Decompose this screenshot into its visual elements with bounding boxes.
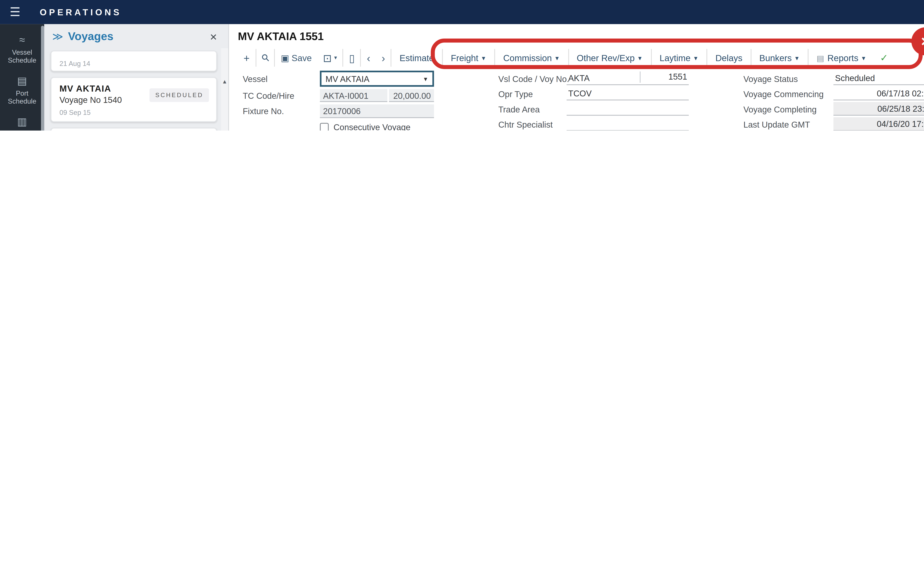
save-icon: ▣: [281, 53, 289, 63]
chevron-down-icon: ▼: [554, 55, 560, 60]
toolbar-menu-reports[interactable]: ▤Reports▼: [809, 53, 874, 63]
annotation-red-x-badge: ×: [912, 27, 924, 55]
checkbox-consecutive-voyage[interactable]: Consecutive Voyage: [320, 122, 410, 131]
field-opr-type[interactable]: TCOV: [567, 87, 689, 100]
toolbar-menu-commission[interactable]: Commission▼: [495, 53, 568, 63]
sidebar-scrollbar[interactable]: [41, 26, 44, 131]
field-label-voyage-status: Voyage Status: [744, 74, 798, 83]
field-chtr-specialist[interactable]: [567, 117, 689, 131]
berth-schedule-icon: ▥: [17, 116, 27, 128]
search-icon[interactable]: ⚲: [259, 51, 272, 64]
topbar: ☰ OPERATIONS NetworkAnalyticsInboxDocume…: [0, 0, 924, 24]
scroll-up-icon[interactable]: ▲: [221, 79, 228, 84]
vessel-dropdown[interactable]: MV AKTAIA▼: [320, 71, 434, 87]
status-badge: SCHEDULED: [150, 88, 209, 102]
toolbar-menu-label: Bunkers: [759, 53, 792, 63]
voyage-card[interactable]: MV AKTAIAVoyage No 154009 Sep 15SCHEDULE…: [51, 77, 217, 122]
field-vsl-code-voy-no[interactable]: AKTA1551: [567, 71, 689, 85]
tc-code-hire-label: TC Code/Hire: [242, 91, 294, 100]
field-value-2: 1551: [639, 71, 687, 83]
tc-code-field[interactable]: AKTA-I0001: [320, 89, 387, 102]
report-doc-icon: ▤: [816, 53, 824, 62]
voyages-scrollbar: ▲ ▼: [221, 48, 228, 131]
chevron-down-icon: ▼: [861, 55, 866, 60]
checkbox-box[interactable]: [320, 122, 329, 131]
field-voyage-completing[interactable]: 06/25/18 23:11: [833, 102, 924, 116]
fixture-no-field[interactable]: 20170006: [320, 104, 434, 118]
sidebar-item-label: Port Schedule: [1, 90, 43, 105]
vessel-value: MV AKTAIA: [326, 74, 370, 83]
port-schedule-icon: ▤: [17, 76, 27, 87]
toolbar-menu-delays[interactable]: Delays: [707, 53, 750, 63]
toolbar-menu-label: Reports: [827, 53, 858, 63]
toolbar-menu-label: Delays: [715, 53, 742, 63]
toolbar-menu-label: Freight: [451, 53, 479, 63]
field-label-chtr-specialist: Chtr Specialist: [498, 120, 553, 129]
sidebar-item-label: Vessel Schedule: [1, 49, 43, 64]
close-icon[interactable]: ×: [210, 29, 217, 43]
add-button[interactable]: +: [244, 52, 250, 64]
sidebar-item-berth-schedule[interactable]: ▥Berth Schedule: [0, 111, 44, 131]
vessel-schedule-icon: ≈: [19, 35, 25, 46]
validated-check-icon: ✓: [880, 52, 888, 63]
voyages-panel: ≫ Voyages × 21 Aug 14 MV AKTAIAVoyage No…: [44, 24, 229, 131]
field-voyage-status[interactable]: Scheduled: [833, 71, 924, 85]
field-label-last-update-gmt: Last Update GMT: [744, 120, 810, 129]
save-button[interactable]: ▣Save: [281, 53, 312, 63]
voyages-panel-header: ≫ Voyages ×: [44, 24, 228, 48]
toolbar-menu-label: Commission: [503, 53, 552, 63]
sidebar-item-vessel-schedule[interactable]: ≈Vessel Schedule: [0, 29, 44, 70]
vessel-label: Vessel: [242, 74, 268, 83]
chevron-down-icon: ▼: [637, 55, 643, 60]
field-trade-area[interactable]: [567, 102, 689, 116]
toolbar-menu-label: Estimate: [400, 53, 434, 63]
app-title: OPERATIONS: [40, 7, 121, 17]
delete-trash-icon[interactable]: ▯: [349, 52, 355, 64]
page-title: MV AKTAIA 1551: [238, 30, 324, 42]
toolbar-menu-other-rev-exp[interactable]: Other Rev/Exp▼: [569, 53, 651, 63]
toolbar-menu-bunkers[interactable]: Bunkers▼: [751, 53, 808, 63]
app-root: ☰ OPERATIONS NetworkAnalyticsInboxDocume…: [0, 0, 924, 131]
toolbar-menu-label: Laytime: [660, 53, 691, 63]
toolbar-menu-laytime[interactable]: Laytime▼: [651, 53, 707, 63]
chevron-down-icon: ▼: [423, 76, 429, 82]
chevron-down-icon: ▼: [794, 55, 800, 60]
sidebar-item-port-schedule[interactable]: ▤Port Schedule: [0, 70, 44, 111]
checkbox-label: Consecutive Voyage: [333, 122, 410, 131]
chevron-down-icon: ▾: [334, 54, 337, 61]
prev-voyage-button[interactable]: ‹: [367, 52, 370, 64]
toolbar-menu-label: Other Rev/Exp: [577, 53, 635, 63]
chevron-down-icon: ▼: [481, 55, 486, 60]
sidebar: ≈Vessel Schedule▤Port Schedule▥Berth Sch…: [0, 24, 44, 131]
tc-hire-field[interactable]: 20,000.00: [389, 89, 434, 102]
copy-button[interactable]: ⊡▾: [323, 52, 337, 64]
field-value: AKTA: [568, 73, 639, 83]
field-label-trade-area: Trade Area: [498, 104, 539, 114]
voyage-date: 21 Aug 14: [59, 59, 90, 67]
hamburger-menu-icon[interactable]: ☰: [10, 5, 21, 19]
collapse-chevrons-icon[interactable]: ≫: [52, 30, 63, 42]
voyage-card-partial[interactable]: 21 Aug 14: [51, 51, 217, 71]
toolbar: + ⚲ ▣Save ⊡▾ ▯ ‹ › EstimateFreight▼Commi…: [238, 47, 894, 69]
voyage-date: 09 Sep 15: [59, 109, 208, 116]
main-content: MV AKTAIA 1551 + ⚲ ▣Save ⊡▾ ▯ ‹ › Estima…: [229, 24, 924, 131]
field-label-voyage-commencing: Voyage Commencing: [744, 89, 824, 99]
save-label: Save: [292, 53, 312, 63]
fixture-no-label: Fixture No.: [242, 106, 284, 116]
field-label-vsl-code-voy-no: Vsl Code / Voy No.: [498, 74, 569, 83]
field-label-opr-type: Opr Type: [498, 89, 533, 99]
next-voyage-button[interactable]: ›: [382, 52, 385, 64]
field-voyage-commencing[interactable]: 06/17/18 02:20: [833, 87, 924, 100]
toolbar-menu-freight[interactable]: Freight▼: [443, 53, 494, 63]
voyages-panel-title: Voyages: [68, 30, 114, 43]
chevron-down-icon: ▼: [693, 55, 698, 60]
field-last-update-gmt[interactable]: 04/16/20 17:35: [833, 117, 924, 131]
voyage-card[interactable]: MV AKTAIAVoyage No 154429 Jul 15CLOSED: [51, 128, 217, 131]
field-label-voyage-completing: Voyage Completing: [744, 104, 816, 114]
toolbar-menu-estimate[interactable]: Estimate: [392, 53, 442, 63]
